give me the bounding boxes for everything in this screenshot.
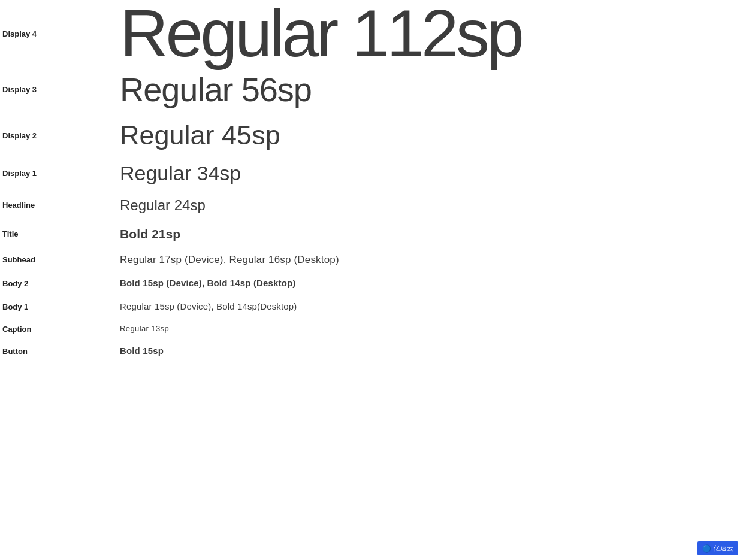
type-label-body1: Body 1: [0, 302, 120, 311]
type-sample-subhead: Regular 17sp (Device), Regular 16sp (Des…: [120, 252, 743, 268]
type-label-title: Title: [0, 229, 120, 238]
type-row-body2: Body 2Bold 15sp (Device), Bold 14sp (Des…: [0, 272, 743, 295]
type-label-display2: Display 2: [0, 131, 120, 140]
type-label-display1: Display 1: [0, 169, 120, 178]
type-sample-title: Bold 21sp: [120, 225, 743, 243]
type-label-display3: Display 3: [0, 85, 120, 94]
type-sample-display1: Regular 34sp: [120, 161, 743, 186]
type-label-caption: Caption: [0, 325, 120, 334]
type-sample-display3: Regular 56sp: [120, 69, 743, 110]
type-sample-display2: Regular 45sp: [120, 119, 743, 152]
watermark-text: 亿速云: [714, 544, 733, 553]
type-label-display4: Display 4: [0, 29, 120, 38]
type-sample-body2: Bold 15sp (Device), Bold 14sp (Desktop): [120, 277, 743, 290]
type-row-body1: Body 1Regular 15sp (Device), Bold 14sp(D…: [0, 295, 743, 319]
type-row-title: TitleBold 21sp: [0, 220, 743, 247]
watermark-icon: 🔵: [702, 544, 711, 553]
type-label-subhead: Subhead: [0, 255, 120, 264]
type-sample-button: Bold 15sp: [120, 344, 743, 358]
type-sample-display4: Regular 112sp: [120, 0, 743, 67]
type-scale-container: Display 4Regular 112spDisplay 3Regular 5…: [0, 0, 743, 362]
type-row-display4: Display 4Regular 112sp: [0, 0, 743, 67]
type-row-display1: Display 1Regular 34sp: [0, 156, 743, 190]
type-row-headline: HeadlineRegular 24sp: [0, 190, 743, 220]
type-row-subhead: SubheadRegular 17sp (Device), Regular 16…: [0, 247, 743, 273]
type-sample-caption: Regular 13sp: [120, 323, 743, 335]
type-label-headline: Headline: [0, 201, 120, 210]
type-label-body2: Body 2: [0, 279, 120, 288]
type-label-button: Button: [0, 347, 120, 356]
type-row-button: ButtonBold 15sp: [0, 340, 743, 363]
type-row-display3: Display 3Regular 56sp: [0, 67, 743, 114]
type-sample-headline: Regular 24sp: [120, 195, 743, 216]
type-row-caption: CaptionRegular 13sp: [0, 318, 743, 340]
type-row-display2: Display 2Regular 45sp: [0, 114, 743, 156]
type-sample-body1: Regular 15sp (Device), Bold 14sp(Desktop…: [120, 300, 743, 314]
watermark: 🔵 亿速云: [697, 541, 738, 555]
